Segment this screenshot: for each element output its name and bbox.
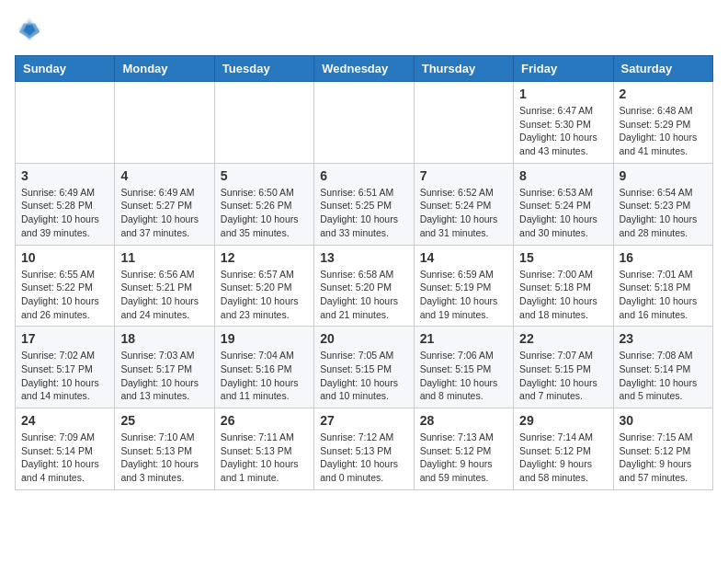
calendar-day: 15Sunrise: 7:00 AM Sunset: 5:18 PM Dayli…	[514, 245, 613, 327]
calendar-table: SundayMondayTuesdayWednesdayThursdayFrid…	[15, 55, 713, 490]
calendar-week-5: 24Sunrise: 7:09 AM Sunset: 5:14 PM Dayli…	[16, 408, 713, 490]
day-info: Sunrise: 6:47 AM Sunset: 5:30 PM Dayligh…	[519, 104, 607, 158]
day-number: 4	[120, 168, 208, 183]
calendar-day: 6Sunrise: 6:51 AM Sunset: 5:25 PM Daylig…	[314, 163, 414, 245]
calendar-day: 26Sunrise: 7:11 AM Sunset: 5:13 PM Dayli…	[214, 408, 313, 490]
day-info: Sunrise: 7:00 AM Sunset: 5:18 PM Dayligh…	[519, 268, 607, 322]
day-number: 27	[320, 413, 407, 428]
calendar-day: 7Sunrise: 6:52 AM Sunset: 5:24 PM Daylig…	[414, 163, 513, 245]
calendar-day: 14Sunrise: 6:59 AM Sunset: 5:19 PM Dayli…	[414, 245, 513, 327]
day-info: Sunrise: 7:08 AM Sunset: 5:14 PM Dayligh…	[620, 349, 707, 403]
day-info: Sunrise: 6:51 AM Sunset: 5:25 PM Dayligh…	[320, 186, 407, 240]
calendar-day: 4Sunrise: 6:49 AM Sunset: 5:27 PM Daylig…	[115, 163, 214, 245]
calendar-day: 8Sunrise: 6:53 AM Sunset: 5:24 PM Daylig…	[514, 163, 613, 245]
calendar-day: 27Sunrise: 7:12 AM Sunset: 5:13 PM Dayli…	[314, 408, 414, 490]
day-number: 3	[21, 168, 108, 183]
day-info: Sunrise: 7:13 AM Sunset: 5:12 PM Dayligh…	[420, 431, 507, 485]
day-number: 16	[620, 250, 707, 265]
day-info: Sunrise: 6:50 AM Sunset: 5:26 PM Dayligh…	[221, 186, 308, 240]
day-info: Sunrise: 7:02 AM Sunset: 5:17 PM Dayligh…	[21, 349, 108, 403]
page-header	[15, 15, 713, 44]
day-number: 26	[221, 413, 308, 428]
day-info: Sunrise: 7:10 AM Sunset: 5:13 PM Dayligh…	[120, 431, 208, 485]
day-number: 28	[420, 413, 507, 428]
day-number: 23	[620, 331, 707, 346]
calendar-day: 2Sunrise: 6:48 AM Sunset: 5:29 PM Daylig…	[613, 82, 712, 164]
day-info: Sunrise: 6:59 AM Sunset: 5:19 PM Dayligh…	[420, 268, 507, 322]
calendar-day: 19Sunrise: 7:04 AM Sunset: 5:16 PM Dayli…	[214, 327, 313, 408]
day-info: Sunrise: 6:49 AM Sunset: 5:28 PM Dayligh…	[21, 186, 108, 240]
calendar-day: 9Sunrise: 6:54 AM Sunset: 5:23 PM Daylig…	[613, 163, 712, 245]
day-header-sunday: Sunday	[16, 56, 115, 82]
day-number: 29	[519, 413, 607, 428]
day-info: Sunrise: 6:58 AM Sunset: 5:20 PM Dayligh…	[320, 268, 407, 322]
day-number: 2	[620, 86, 707, 101]
day-info: Sunrise: 6:57 AM Sunset: 5:20 PM Dayligh…	[221, 268, 308, 322]
day-number: 30	[620, 413, 707, 428]
day-number: 9	[620, 168, 707, 183]
day-number: 8	[519, 168, 607, 183]
day-info: Sunrise: 7:03 AM Sunset: 5:17 PM Dayligh…	[120, 349, 208, 403]
day-number: 6	[320, 168, 407, 183]
day-info: Sunrise: 6:52 AM Sunset: 5:24 PM Dayligh…	[420, 186, 507, 240]
calendar-day: 1Sunrise: 6:47 AM Sunset: 5:30 PM Daylig…	[514, 82, 613, 164]
calendar-day: 20Sunrise: 7:05 AM Sunset: 5:15 PM Dayli…	[314, 327, 414, 408]
calendar-week-2: 3Sunrise: 6:49 AM Sunset: 5:28 PM Daylig…	[16, 163, 713, 245]
calendar-header-row: SundayMondayTuesdayWednesdayThursdayFrid…	[16, 56, 713, 82]
day-info: Sunrise: 6:55 AM Sunset: 5:22 PM Dayligh…	[21, 268, 108, 322]
calendar-day: 16Sunrise: 7:01 AM Sunset: 5:18 PM Dayli…	[613, 245, 712, 327]
day-info: Sunrise: 6:54 AM Sunset: 5:23 PM Dayligh…	[620, 186, 707, 240]
calendar-day	[314, 82, 414, 164]
calendar-day: 18Sunrise: 7:03 AM Sunset: 5:17 PM Dayli…	[115, 327, 214, 408]
day-info: Sunrise: 7:04 AM Sunset: 5:16 PM Dayligh…	[221, 349, 308, 403]
calendar-day	[115, 82, 214, 164]
calendar-day: 28Sunrise: 7:13 AM Sunset: 5:12 PM Dayli…	[414, 408, 513, 490]
day-number: 10	[21, 250, 108, 265]
day-number: 25	[120, 413, 208, 428]
day-number: 18	[120, 331, 208, 346]
day-number: 13	[320, 250, 407, 265]
day-info: Sunrise: 7:06 AM Sunset: 5:15 PM Dayligh…	[420, 349, 507, 403]
day-number: 14	[420, 250, 507, 265]
calendar-day	[16, 82, 115, 164]
day-info: Sunrise: 6:56 AM Sunset: 5:21 PM Dayligh…	[120, 268, 208, 322]
day-info: Sunrise: 7:14 AM Sunset: 5:12 PM Dayligh…	[519, 431, 607, 485]
day-header-wednesday: Wednesday	[314, 56, 414, 82]
calendar-day: 21Sunrise: 7:06 AM Sunset: 5:15 PM Dayli…	[414, 327, 513, 408]
calendar-day: 30Sunrise: 7:15 AM Sunset: 5:12 PM Dayli…	[613, 408, 712, 490]
day-info: Sunrise: 6:49 AM Sunset: 5:27 PM Dayligh…	[120, 186, 208, 240]
calendar-day	[414, 82, 513, 164]
day-info: Sunrise: 7:15 AM Sunset: 5:12 PM Dayligh…	[620, 431, 707, 485]
calendar-day: 17Sunrise: 7:02 AM Sunset: 5:17 PM Dayli…	[16, 327, 115, 408]
day-info: Sunrise: 7:12 AM Sunset: 5:13 PM Dayligh…	[320, 431, 407, 485]
day-number: 24	[21, 413, 108, 428]
calendar-day: 22Sunrise: 7:07 AM Sunset: 5:15 PM Dayli…	[514, 327, 613, 408]
calendar-day: 12Sunrise: 6:57 AM Sunset: 5:20 PM Dayli…	[214, 245, 313, 327]
day-header-tuesday: Tuesday	[214, 56, 313, 82]
day-number: 12	[221, 250, 308, 265]
calendar-day: 24Sunrise: 7:09 AM Sunset: 5:14 PM Dayli…	[16, 408, 115, 490]
day-header-monday: Monday	[115, 56, 214, 82]
day-number: 19	[221, 331, 308, 346]
calendar-day: 10Sunrise: 6:55 AM Sunset: 5:22 PM Dayli…	[16, 245, 115, 327]
day-info: Sunrise: 7:07 AM Sunset: 5:15 PM Dayligh…	[519, 349, 607, 403]
day-info: Sunrise: 6:48 AM Sunset: 5:29 PM Dayligh…	[620, 104, 707, 158]
day-number: 11	[120, 250, 208, 265]
day-number: 20	[320, 331, 407, 346]
day-info: Sunrise: 7:09 AM Sunset: 5:14 PM Dayligh…	[21, 431, 108, 485]
day-number: 21	[420, 331, 507, 346]
day-header-thursday: Thursday	[414, 56, 513, 82]
calendar-week-1: 1Sunrise: 6:47 AM Sunset: 5:30 PM Daylig…	[16, 82, 713, 164]
day-info: Sunrise: 7:01 AM Sunset: 5:18 PM Dayligh…	[620, 268, 707, 322]
calendar-day: 23Sunrise: 7:08 AM Sunset: 5:14 PM Dayli…	[613, 327, 712, 408]
day-number: 22	[519, 331, 607, 346]
day-header-saturday: Saturday	[613, 56, 712, 82]
calendar-day	[214, 82, 313, 164]
day-number: 1	[519, 86, 607, 101]
calendar-day: 3Sunrise: 6:49 AM Sunset: 5:28 PM Daylig…	[16, 163, 115, 245]
logo-icon	[15, 15, 44, 44]
calendar-day: 11Sunrise: 6:56 AM Sunset: 5:21 PM Dayli…	[115, 245, 214, 327]
logo	[15, 15, 48, 44]
day-header-friday: Friday	[514, 56, 613, 82]
day-info: Sunrise: 6:53 AM Sunset: 5:24 PM Dayligh…	[519, 186, 607, 240]
